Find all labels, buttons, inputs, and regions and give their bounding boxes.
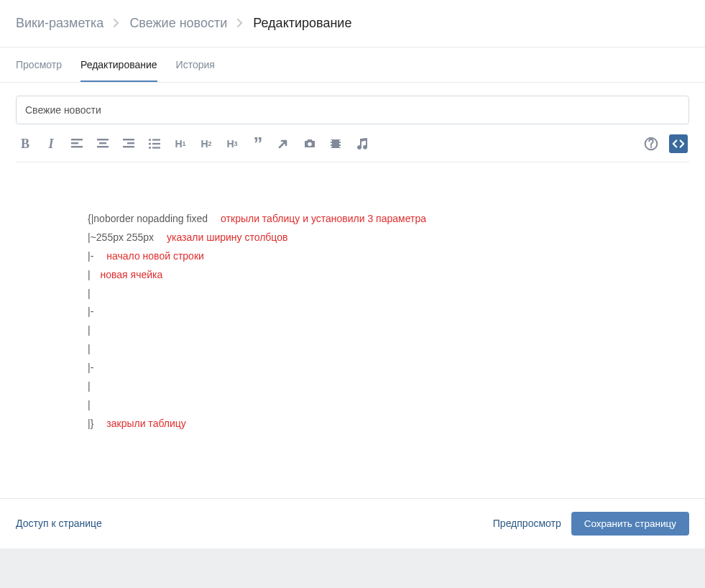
code-text: |} [88,418,93,429]
breadcrumb-link-page[interactable]: Свежие новости [129,16,227,31]
svg-rect-5 [97,146,109,147]
help-button[interactable] [643,136,659,152]
h1-button[interactable]: H1 [172,136,188,152]
chevron-right-icon [114,16,119,31]
breadcrumb: Вики-разметка Свежие новости Редактирова… [0,0,705,47]
code-text: | [88,399,91,410]
code-text: |- [88,362,93,373]
tab-bar: Просмотр Редактирование История [0,47,705,83]
breadcrumb-current: Редактирование [253,16,351,31]
code-text: | [88,288,91,299]
svg-point-11 [149,142,151,144]
audio-button[interactable] [354,136,369,152]
save-button[interactable]: Сохранить страницу [571,512,689,536]
svg-rect-14 [152,147,160,148]
page-access-link[interactable]: Доступ к странице [16,518,102,529]
code-text: |- [88,306,93,317]
svg-rect-12 [152,143,160,144]
annotation: начало новой строки [106,250,204,262]
svg-point-13 [149,147,151,149]
svg-rect-23 [339,146,341,147]
video-button[interactable] [328,136,344,152]
annotation: указали ширину столбцов [167,231,287,243]
footer: Доступ к странице Предпросмотр Сохранить… [0,498,705,548]
code-text: | [88,380,91,392]
svg-rect-2 [71,146,83,147]
page-title-input[interactable] [16,96,689,124]
code-text: |- [88,250,93,262]
toolbar: В I H1 H2 H3 ” [16,124,689,162]
svg-rect-22 [339,143,341,144]
annotation: открыли таблицу и установили 3 параметра [221,213,426,224]
svg-point-15 [308,142,311,146]
tab-history[interactable]: История [176,47,215,82]
align-right-button[interactable] [121,136,137,152]
annotation: закрыли таблицу [106,418,186,429]
preview-link[interactable]: Предпросмотр [493,518,561,529]
tab-view[interactable]: Просмотр [16,47,62,82]
code-text: | [88,269,93,280]
link-button[interactable] [276,136,292,152]
h2-button[interactable]: H2 [198,136,214,152]
svg-rect-1 [71,142,78,144]
svg-rect-18 [331,140,332,142]
chevron-right-icon [237,16,243,31]
align-center-button[interactable] [95,136,111,152]
svg-point-9 [149,139,151,141]
svg-point-25 [650,146,653,148]
bold-button[interactable]: В [17,136,33,152]
svg-rect-4 [99,142,106,144]
quote-button[interactable]: ” [250,136,266,152]
annotation: новая ячейка [101,269,163,280]
code-text: |~255px 255px [88,231,154,243]
editor-content[interactable]: {|noborder nopadding fixedоткрыли таблиц… [16,162,689,498]
code-text: | [88,343,91,354]
wiki-markup-button[interactable] [669,134,688,153]
h3-button[interactable]: H3 [224,136,240,152]
photo-button[interactable] [302,136,318,152]
svg-rect-21 [339,140,341,142]
align-left-button[interactable] [69,136,85,152]
code-text: | [88,324,91,336]
breadcrumb-link-wiki[interactable]: Вики-разметка [16,16,103,31]
tab-edit[interactable]: Редактирование [80,47,157,82]
svg-rect-0 [71,139,83,140]
bulleted-list-button[interactable] [147,136,162,152]
svg-rect-3 [97,139,109,140]
svg-rect-19 [331,143,332,144]
svg-rect-6 [123,139,134,140]
svg-rect-8 [123,146,134,147]
svg-rect-10 [152,139,160,140]
italic-button[interactable]: I [43,136,59,152]
code-text: {|noborder nopadding fixed [88,213,208,224]
svg-rect-20 [331,146,332,147]
svg-rect-7 [127,142,134,144]
